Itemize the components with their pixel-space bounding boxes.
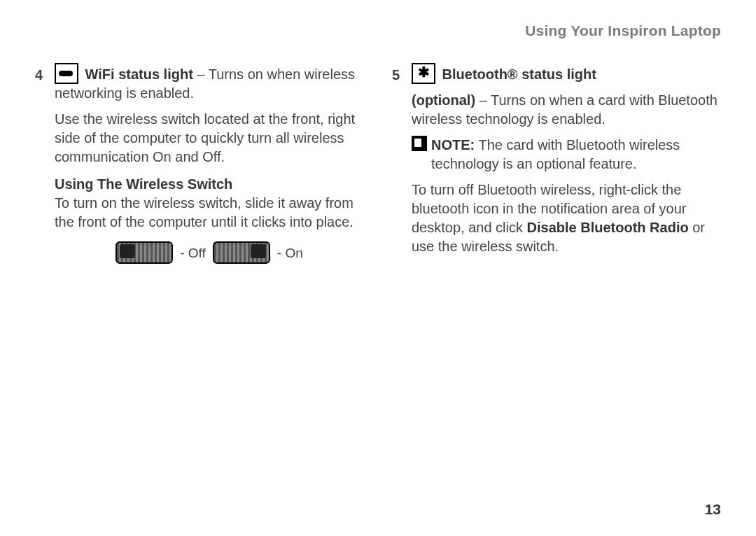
wifi-icon [55, 63, 78, 84]
bt-para2: To turn off Bluetooth wireless, right-cl… [412, 181, 721, 256]
note-text: NOTE: The card with Bluetooth wireless t… [431, 136, 721, 174]
wifi-intro: WiFi status light – Turns on when wirele… [55, 63, 364, 103]
bt-optional-line: (optional) – Turns on when a card with B… [412, 91, 721, 129]
bt-optional-bold: (optional) [412, 92, 475, 108]
page-header: Using Your Inspiron Laptop [35, 21, 721, 41]
content-columns: 4 WiFi status light – Turns on when wire… [35, 63, 721, 264]
item-number: 4 [35, 63, 55, 264]
item-number: 5 [392, 63, 412, 263]
item-body: Bluetooth® status light (optional) – Tur… [412, 63, 721, 263]
wifi-para2: Use the wireless switch located at the f… [55, 110, 364, 167]
note-row: NOTE: The card with Bluetooth wireless t… [412, 136, 721, 174]
item-5: 5 Bluetooth® status light (optional) – T… [392, 63, 721, 263]
item-body: WiFi status light – Turns on when wirele… [55, 63, 364, 264]
wifi-para3: To turn on the wireless switch, slide it… [55, 194, 364, 232]
switch-on-graphic [213, 241, 270, 264]
bt-title: Bluetooth® status light [442, 66, 596, 82]
switch-off-label: - Off [180, 244, 206, 262]
switch-on-label: - On [277, 244, 303, 262]
wifi-title: WiFi status light [85, 66, 193, 82]
bluetooth-icon [412, 63, 435, 84]
switch-illustration: - Off - On [55, 241, 364, 264]
item-4: 4 WiFi status light – Turns on when wire… [35, 63, 364, 264]
manual-page: Using Your Inspiron Laptop 4 WiFi status… [0, 0, 756, 536]
note-bold: NOTE: [431, 137, 475, 153]
bt-title-line: Bluetooth® status light [412, 63, 721, 84]
right-column: 5 Bluetooth® status light (optional) – T… [392, 63, 721, 264]
note-icon [412, 136, 427, 151]
left-column: 4 WiFi status light – Turns on when wire… [35, 63, 364, 264]
bt-para2b: Disable Bluetooth Radio [527, 220, 689, 235]
page-number: 13 [705, 500, 721, 519]
wireless-switch-heading: Using The Wireless Switch [55, 175, 364, 194]
switch-off-graphic [115, 241, 173, 264]
